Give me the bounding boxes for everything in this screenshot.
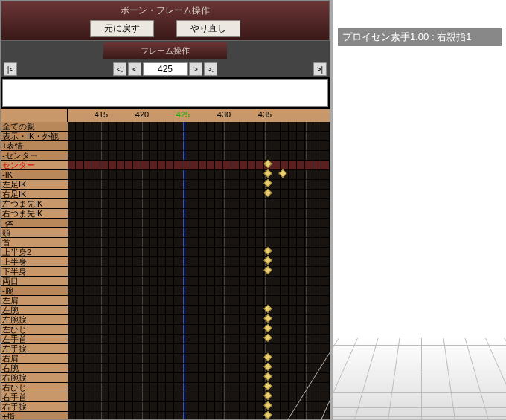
bone-label[interactable]: 右つま先IK [1, 209, 68, 219]
timeline-row[interactable] [68, 383, 330, 392]
timeline-row[interactable] [68, 248, 330, 257]
bone-label[interactable]: 上半身 [1, 257, 68, 267]
timeline-row[interactable] [68, 151, 330, 161]
timeline-ruler[interactable]: 415420425430435 [1, 109, 330, 122]
timeline-row[interactable] [68, 392, 330, 402]
bone-label[interactable]: 左手首 [1, 335, 68, 344]
bone-label[interactable]: 頭 [1, 228, 68, 238]
bone-label[interactable]: 左ひじ [1, 325, 68, 335]
timeline-row[interactable] [68, 219, 330, 228]
model-info-bar: プロイセン素手1.00 : 右親指1 [338, 28, 502, 46]
timeline-row[interactable] [68, 306, 330, 315]
timeline-row[interactable] [68, 354, 330, 364]
timeline-row[interactable] [68, 325, 330, 335]
bone-label[interactable]: センター [1, 161, 68, 170]
bone-label[interactable]: 左手捩 [1, 344, 68, 354]
timeline-row[interactable] [68, 277, 330, 286]
timeline-row[interactable] [68, 238, 330, 248]
timeline-row[interactable] [68, 132, 330, 141]
bone-label[interactable]: 下半身 [1, 267, 68, 277]
next-jump-button[interactable]: >. [204, 62, 217, 76]
bone-label[interactable]: -センター [1, 151, 68, 161]
bone-label[interactable]: 左腕捩 [1, 315, 68, 325]
timeline-row[interactable] [68, 364, 330, 373]
header-title: ボーン・フレーム操作 [1, 3, 329, 19]
first-frame-button[interactable]: |< [4, 62, 17, 76]
timeline-row[interactable] [68, 209, 330, 219]
timeline-row[interactable] [68, 170, 330, 180]
bone-label[interactable]: 両目 [1, 277, 68, 286]
viewport-panel[interactable]: プロイセン素手1.00 : 右親指1 [330, 0, 506, 420]
timeline-row[interactable] [68, 161, 330, 170]
bone-label[interactable]: +指 [1, 412, 68, 419]
last-frame-button[interactable]: >| [313, 62, 327, 76]
bone-label[interactable]: 右ひじ [1, 383, 68, 392]
floor-grid [333, 338, 506, 420]
bone-label[interactable]: 上半身2 [1, 248, 68, 257]
bone-frame-header: ボーン・フレーム操作 元に戻す やり直し [1, 1, 330, 41]
next-frame-button[interactable]: > [189, 62, 202, 76]
bone-label[interactable]: -体 [1, 219, 68, 228]
ruler-tick: 415 [95, 110, 108, 119]
bone-label[interactable]: 右腕 [1, 364, 68, 373]
timeline-row[interactable] [68, 296, 330, 306]
timeline-row[interactable] [68, 199, 330, 209]
bone-label[interactable]: 右手捩 [1, 402, 68, 412]
bone-label[interactable]: 表示・IK・外観 [1, 132, 68, 141]
bone-label[interactable]: +表情 [1, 141, 68, 151]
timeline-row[interactable] [68, 402, 330, 412]
timeline-row[interactable] [68, 180, 330, 190]
timeline-row[interactable] [68, 315, 330, 325]
timeline-row[interactable] [68, 122, 330, 132]
timeline-row[interactable] [68, 267, 330, 277]
ruler-tick: 420 [135, 110, 149, 119]
undo-button[interactable]: 元に戻す [90, 20, 154, 37]
prev-jump-button[interactable]: <. [113, 62, 126, 76]
bone-label[interactable]: 右足IK [1, 190, 68, 199]
bone-label[interactable]: 首 [1, 238, 68, 248]
bone-label[interactable]: 右肩 [1, 354, 68, 364]
prev-frame-button[interactable]: < [128, 62, 141, 76]
left-panel: ボーン・フレーム操作 元に戻す やり直し フレーム操作 |< <. < > >.… [0, 0, 330, 420]
bone-label[interactable]: 左足IK [1, 180, 68, 190]
frame-ops-title: フレーム操作 [103, 42, 227, 59]
timeline-row[interactable] [68, 335, 330, 344]
bone-label[interactable]: 左肩 [1, 296, 68, 306]
timeline-row[interactable] [68, 286, 330, 296]
ruler-tick: 435 [258, 110, 272, 119]
bone-label[interactable]: 全ての親 [1, 122, 68, 132]
bone-label[interactable]: 右腕捩 [1, 373, 68, 383]
ruler-tick: 425 [176, 110, 190, 119]
timeline-row[interactable] [68, 141, 330, 151]
bone-label[interactable]: -IK [1, 170, 68, 180]
redo-button[interactable]: やり直し [176, 20, 240, 37]
timeline-row[interactable] [68, 190, 330, 199]
timeline-row[interactable] [68, 344, 330, 354]
blank-bar [2, 79, 328, 107]
bone-label[interactable]: 左つま先IK [1, 199, 68, 209]
bone-label[interactable]: 左腕 [1, 306, 68, 315]
bone-label[interactable]: -腕 [1, 286, 68, 296]
bone-label[interactable]: 右手首 [1, 392, 68, 402]
timeline-row[interactable] [68, 257, 330, 267]
ruler-tick: 430 [217, 110, 231, 119]
timeline-row[interactable] [68, 373, 330, 383]
bone-timeline: 全ての親表示・IK・外観+表情-センター センター-IK 左足IK 右足IK 左… [1, 122, 330, 419]
frame-number-input[interactable] [143, 62, 188, 76]
timeline-row[interactable] [68, 228, 330, 238]
